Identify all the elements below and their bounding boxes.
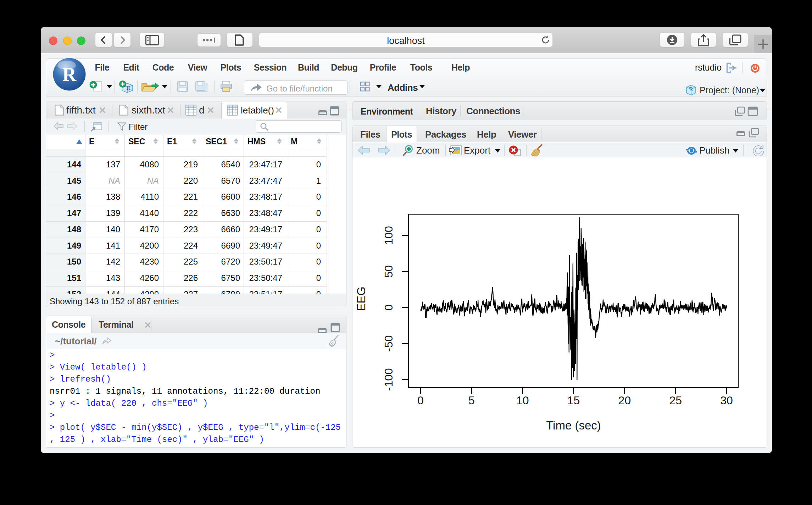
svg-text:-100: -100 (382, 368, 395, 391)
svg-text:5: 5 (468, 394, 475, 407)
svg-text:15: 15 (567, 394, 580, 407)
svg-text:R: R (689, 86, 693, 93)
svg-text:50: 50 (382, 265, 395, 278)
svg-text:0: 0 (382, 304, 395, 311)
svg-text:20: 20 (618, 394, 631, 407)
svg-text:10: 10 (516, 394, 529, 407)
svg-text:R: R (62, 64, 77, 85)
svg-text:25: 25 (669, 394, 682, 407)
svg-text:Time (sec): Time (sec) (546, 419, 601, 432)
svg-text:-50: -50 (382, 335, 395, 351)
svg-text:EEG: EEG (355, 287, 368, 311)
svg-text:30: 30 (720, 394, 733, 407)
svg-text:0: 0 (417, 394, 424, 407)
svg-text:100: 100 (382, 226, 395, 245)
svg-text:R: R (126, 84, 130, 91)
